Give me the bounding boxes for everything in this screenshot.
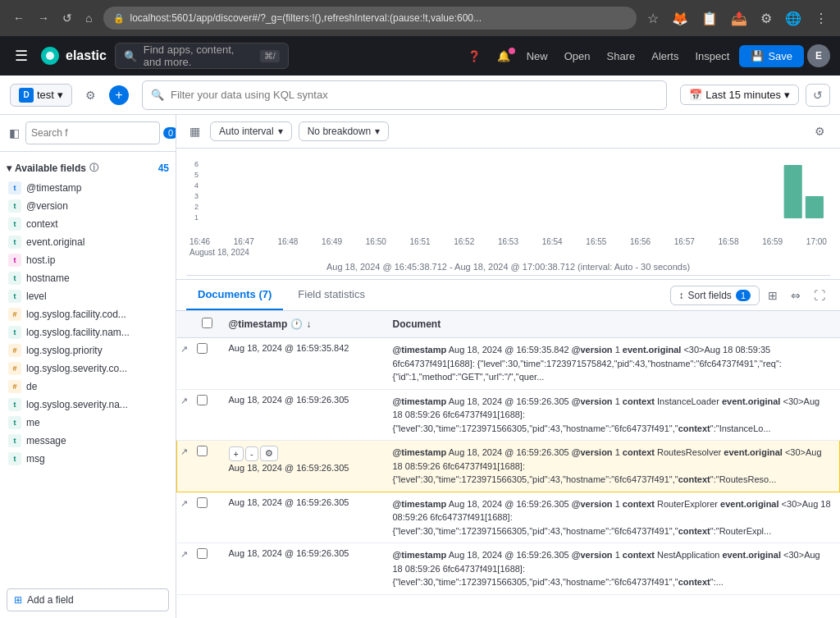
global-search-bar[interactable]: 🔍 Find apps, content, and more. ⌘/ — [115, 43, 289, 69]
sidebar-field-item[interactable]: # log.syslog.severity.co... — [7, 359, 169, 378]
row-checkbox[interactable] — [197, 343, 208, 354]
sidebar-field-item[interactable]: t context — [7, 215, 169, 233]
interval-dropdown[interactable]: Auto interval ▾ — [210, 121, 292, 141]
svg-point-0 — [46, 52, 54, 60]
tab-documents[interactable]: Documents (7) — [186, 280, 283, 310]
timestamp-value: Aug 18, 2024 @ 16:59:26.305 — [229, 463, 349, 473]
checkbox-cell — [194, 389, 221, 441]
fields-section: ▾ Available fields ⓘ 45 t @timestamp t @… — [0, 152, 176, 582]
time-picker-label: Last 15 minutes — [705, 89, 781, 101]
open-button[interactable]: Open — [558, 46, 597, 66]
timestamp-cell: Aug 18, 2024 @ 16:59:26.305 — [221, 543, 385, 595]
extension-icon-3[interactable]: 📤 — [727, 9, 751, 28]
extension-icon-4[interactable]: ⚙ — [756, 9, 776, 28]
home-button[interactable]: ⌂ — [80, 8, 97, 28]
secondary-toolbar: D test ▾ ⚙ + 🔍 📅 Last 15 minutes ▾ ↺ — [0, 76, 840, 115]
chart-settings-button[interactable]: ⚙ — [810, 121, 830, 141]
sidebar-field-item[interactable]: t hostname — [7, 269, 169, 287]
expand-icon[interactable]: ↗ — [180, 549, 188, 559]
histogram-chart: 6 5 4 3 2 1 — [186, 155, 830, 237]
sidebar-field-item[interactable]: t host.ip — [7, 251, 169, 269]
sidebar-field-item[interactable]: t log.syslog.facility.nam... — [7, 323, 169, 341]
extension-icon-5[interactable]: 🌐 — [781, 9, 806, 28]
index-pattern-selector[interactable]: D test ▾ — [10, 84, 72, 107]
field-name: @timestamp — [26, 182, 82, 194]
time-label-8: 16:54 — [542, 237, 563, 246]
timestamp-cell: + - ⚙ Aug 18, 2024 @ 16:59:26.305 — [221, 441, 385, 492]
sidebar-field-item[interactable]: t event.original — [7, 233, 169, 251]
sidebar-field-item[interactable]: t msg — [7, 450, 169, 468]
alerts-button[interactable]: Alerts — [645, 46, 685, 66]
sort-ts-icon[interactable]: ↓ — [306, 318, 311, 330]
sidebar: ◧ 0 ▾ Available fields ⓘ 45 t @timestamp… — [0, 115, 176, 618]
save-button[interactable]: 💾 Save — [739, 45, 804, 67]
expand-icon[interactable]: ↗ — [180, 344, 188, 354]
sidebar-field-item[interactable]: # log.syslog.facility.cod... — [7, 305, 169, 323]
expand-icon[interactable]: ↗ — [180, 396, 188, 405]
expand-icon[interactable]: ↗ — [180, 446, 188, 456]
time-picker[interactable]: 📅 Last 15 minutes ▾ — [680, 85, 799, 105]
breakdown-dropdown[interactable]: No breakdown ▾ — [299, 121, 389, 141]
row-action-minus[interactable]: - — [245, 446, 258, 461]
field-name: msg — [26, 453, 45, 465]
more-button[interactable]: ⋮ — [810, 9, 832, 28]
hamburger-button[interactable]: ☰ — [10, 43, 33, 68]
refresh-button[interactable]: ↺ — [806, 84, 830, 107]
browser-nav-buttons: ← → ↺ ⌂ — [8, 8, 97, 28]
field-type-badge: t — [8, 452, 21, 465]
fields-list: t @timestamp t @version t context t even… — [7, 179, 169, 468]
field-name: log.syslog.facility.cod... — [26, 309, 126, 320]
kql-filter-bar[interactable]: 🔍 — [142, 80, 667, 110]
add-filter-button[interactable]: + — [109, 85, 129, 105]
sidebar-field-item[interactable]: t message — [7, 432, 169, 450]
document-cell: @timestamp Aug 18, 2024 @ 16:59:35.842 @… — [385, 338, 840, 389]
extension-icon-1[interactable]: 🦊 — [668, 9, 692, 28]
sidebar-field-item[interactable]: t log.syslog.severity.na... — [7, 396, 169, 414]
row-checkbox[interactable] — [197, 548, 208, 559]
sidebar-field-item[interactable]: t level — [7, 287, 169, 305]
user-avatar[interactable]: E — [807, 44, 830, 67]
row-checkbox[interactable] — [197, 395, 208, 405]
sidebar-field-item[interactable]: t @timestamp — [7, 179, 169, 197]
row-checkbox[interactable] — [197, 446, 208, 456]
bookmark-button[interactable]: ☆ — [643, 9, 663, 28]
sidebar-toggle-button[interactable]: ◧ — [7, 124, 22, 142]
lock-icon: 🔒 — [113, 13, 125, 24]
filter-options-button[interactable]: ⚙ — [79, 85, 103, 106]
sort-fields-button[interactable]: ↕ Sort fields 1 — [670, 286, 760, 305]
compare-button[interactable]: ⇔ — [786, 286, 806, 305]
search-icon: 🔍 — [124, 50, 137, 62]
chart-toggle-button[interactable]: ▦ — [186, 121, 203, 141]
expand-col-header — [177, 311, 194, 338]
svg-rect-8 — [784, 165, 802, 218]
sidebar-field-item[interactable]: t @version — [7, 197, 169, 215]
forward-button[interactable]: → — [33, 8, 54, 28]
inspect-button[interactable]: Inspect — [688, 46, 736, 66]
elastic-logo-icon — [41, 47, 59, 65]
full-screen-button[interactable]: ⛶ — [809, 286, 830, 305]
back-button[interactable]: ← — [8, 8, 30, 28]
help-icon-button[interactable]: ❓ — [461, 46, 487, 66]
row-action-plus[interactable]: + — [229, 446, 244, 461]
sidebar-field-item[interactable]: # de — [7, 378, 169, 396]
sidebar-field-item[interactable]: # log.syslog.priority — [7, 341, 169, 359]
share-button[interactable]: Share — [600, 46, 642, 66]
field-search-input[interactable] — [25, 121, 160, 144]
tab-field-statistics[interactable]: Field statistics — [286, 280, 377, 310]
row-action-filter[interactable]: ⚙ — [260, 446, 278, 461]
browser-address-bar[interactable]: 🔒 localhost:5601/app/discover#/?_g=(filt… — [103, 7, 637, 30]
row-checkbox[interactable] — [197, 497, 208, 508]
kql-input[interactable] — [171, 89, 658, 101]
expand-cell: ↗ — [177, 543, 194, 595]
notifications-button[interactable]: 🔔 — [491, 46, 517, 66]
columns-view-button[interactable]: ⊞ — [763, 286, 783, 305]
expand-icon[interactable]: ↗ — [180, 498, 188, 508]
reload-button[interactable]: ↺ — [57, 8, 77, 28]
add-field-button[interactable]: ⊞ Add a field — [7, 588, 169, 611]
new-button[interactable]: New — [520, 46, 555, 66]
field-name: @version — [26, 200, 68, 212]
select-all-checkbox[interactable] — [202, 318, 212, 328]
sidebar-field-item[interactable]: t me — [7, 414, 169, 432]
extension-icon-2[interactable]: 📋 — [697, 9, 722, 28]
sort-label: Sort fields — [688, 290, 732, 301]
